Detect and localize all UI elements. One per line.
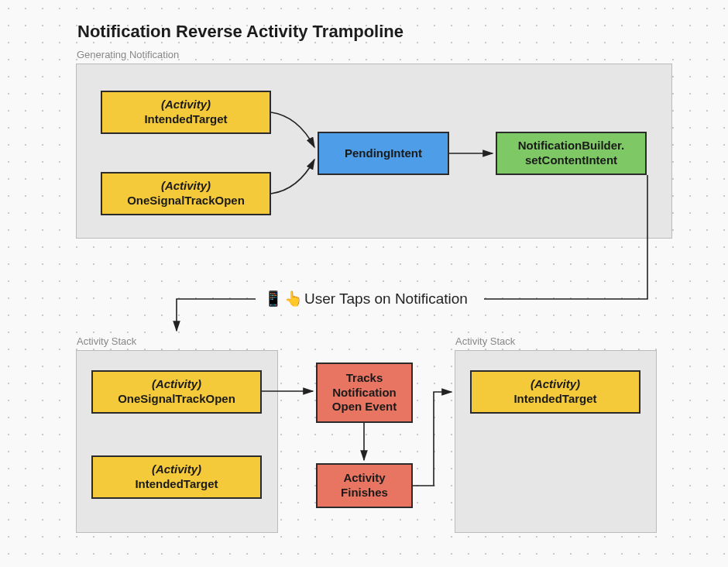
node-line: Open Event bbox=[332, 400, 397, 414]
node-onesignal-track-open-1: (Activity) OneSignalTrackOpen bbox=[101, 172, 271, 215]
node-intended-target-3: (Activity) IntendedTarget bbox=[470, 370, 640, 414]
frame-label-stack-right: Activity Stack bbox=[455, 335, 515, 347]
node-notification-builder: NotificationBuilder. setContentIntent bbox=[496, 132, 647, 175]
node-label-line1: NotificationBuilder. bbox=[518, 139, 625, 153]
user-taps-label: 📱 👆 User Taps on Notification bbox=[258, 290, 474, 308]
node-label-line2: setContentIntent bbox=[525, 153, 617, 168]
node-subtitle: (Activity) bbox=[152, 462, 201, 477]
node-intended-target-1: (Activity) IntendedTarget bbox=[101, 91, 271, 134]
node-label: PendingIntent bbox=[345, 146, 422, 161]
tap-icon: 👆 bbox=[284, 290, 303, 308]
node-label: IntendedTarget bbox=[135, 477, 218, 492]
node-tracks-open-event: Tracks Notification Open Event bbox=[316, 363, 413, 423]
diagram-title: Notification Reverse Activity Trampoline bbox=[77, 22, 403, 42]
node-subtitle: (Activity) bbox=[531, 377, 580, 392]
node-label: IntendedTarget bbox=[513, 392, 596, 407]
node-label: OneSignalTrackOpen bbox=[118, 392, 235, 407]
node-line: Tracks bbox=[346, 371, 383, 386]
node-pending-intent: PendingIntent bbox=[318, 132, 449, 175]
node-label: OneSignalTrackOpen bbox=[127, 194, 245, 208]
node-line: Notification bbox=[332, 386, 397, 400]
phone-icon: 📱 bbox=[264, 290, 283, 308]
node-activity-finishes: Activity Finishes bbox=[316, 463, 413, 508]
node-line: Finishes bbox=[341, 486, 388, 500]
node-subtitle: (Activity) bbox=[152, 377, 201, 392]
tap-text: User Taps on Notification bbox=[304, 290, 468, 308]
frame-label-generating: Generating Notification bbox=[77, 49, 179, 60]
frame-label-stack-left: Activity Stack bbox=[77, 335, 136, 347]
node-subtitle: (Activity) bbox=[161, 98, 211, 112]
node-line: Activity bbox=[343, 471, 385, 486]
node-label: IntendedTarget bbox=[144, 112, 227, 127]
node-onesignal-track-open-2: (Activity) OneSignalTrackOpen bbox=[91, 370, 262, 414]
node-intended-target-2: (Activity) IntendedTarget bbox=[91, 455, 262, 499]
node-subtitle: (Activity) bbox=[161, 179, 211, 194]
